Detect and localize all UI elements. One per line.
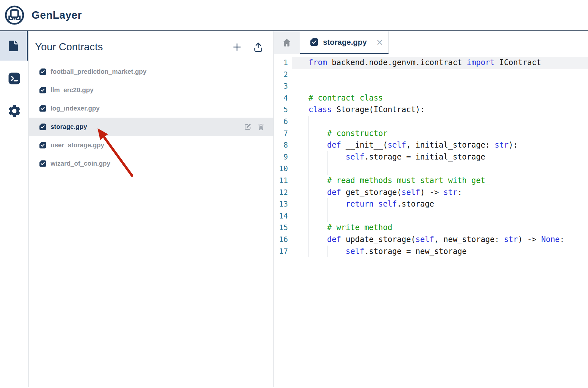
delete-contract-button[interactable] [257,123,265,131]
contracts-panel: Your Contracts [28,31,274,387]
indent-guide [308,139,309,151]
line-content: return self.storage [292,198,588,210]
file-check-icon [310,38,318,46]
main-content: Your Contracts [0,31,588,387]
contract-list-item[interactable]: storage.gpy [29,118,273,136]
code-line[interactable]: 13 return self.storage [274,198,588,210]
indent-guide [308,116,309,128]
editor-panel: storage.gpy × 1from backend.node.genvm.i… [274,31,588,387]
code-editor[interactable]: 1from backend.node.genvm.icontract impor… [274,54,588,387]
file-check-icon [39,123,46,131]
line-number: 4 [274,92,292,104]
line-number: 2 [274,69,292,81]
indent-guide [308,198,309,210]
file-check-icon [39,105,46,112]
code-line[interactable]: 6 [274,116,588,128]
edit-contract-button[interactable] [244,123,252,131]
close-icon[interactable]: × [376,38,383,46]
contract-list-item[interactable]: llm_erc20.gpy [29,81,273,99]
indent-guide [308,246,309,257]
line-number: 11 [274,175,292,187]
indent-guide [308,175,309,187]
line-content: class Storage(IContract): [292,104,588,116]
code-line[interactable]: 2 [274,69,588,81]
sidebar-item-terminal[interactable] [0,64,28,93]
sidebar-item-settings[interactable] [0,96,28,126]
code-line[interactable]: 16 def update_storage(self, new_storage:… [274,234,588,246]
code-line[interactable]: 7 # constructor [274,128,588,140]
file-check-icon [39,86,46,94]
contracts-header: Your Contracts [29,31,273,63]
genlayer-logo-icon [4,5,25,26]
line-content: self.storage = initial_storage [292,151,588,163]
contract-name: log_indexer.gpy [51,105,100,112]
code-line[interactable]: 11 # read methods must start with get_ [274,175,588,187]
code-line[interactable]: 5class Storage(IContract): [274,104,588,116]
line-content [292,116,588,128]
trash-icon [257,123,265,131]
code-line[interactable]: 10 [274,163,588,175]
contracts-actions [232,42,264,53]
indent-guide [308,222,309,234]
code-line[interactable]: 3 [274,80,588,92]
code-line[interactable]: 14 [274,210,588,222]
add-contract-button[interactable] [232,42,242,52]
line-content: # contract class [292,92,588,104]
line-content [292,163,588,175]
contract-name: storage.gpy [51,123,87,131]
tab-label: storage.gpy [323,38,372,47]
line-number: 12 [274,187,292,199]
indent-guide [327,151,328,163]
home-icon [282,38,292,48]
contract-name: football_prediction_market.gpy [51,68,147,75]
code-line[interactable]: 9 self.storage = initial_storage [274,151,588,163]
file-check-icon [39,141,46,149]
contracts-title: Your Contracts [35,41,232,53]
indent-guide [327,246,328,257]
line-content [292,210,588,222]
code-line[interactable]: 17 self.storage = new_storage [274,246,588,257]
contracts-list: football_prediction_market.gpy llm_erc20… [29,63,273,173]
file-icon [7,40,19,52]
app-header: GenLayer [0,0,588,31]
line-content: self.storage = new_storage [292,246,588,257]
line-number: 13 [274,198,292,210]
contract-list-item[interactable]: user_storage.gpy [29,136,273,154]
plus-icon [232,42,242,52]
code-line[interactable]: 12 def get_storage(self) -> str: [274,187,588,199]
line-content: # write method [292,222,588,234]
contract-list-item[interactable]: wizard_of_coin.gpy [29,154,273,173]
indent-guide [327,210,328,222]
row-actions [244,123,273,131]
terminal-icon [8,72,21,85]
line-content: # constructor [292,128,588,140]
contract-name: wizard_of_coin.gpy [51,160,110,167]
line-number: 14 [274,210,292,222]
sidebar-item-contracts[interactable] [0,31,28,61]
line-content: # read methods must start with get_ [292,175,588,187]
line-content [292,69,588,81]
home-tab-button[interactable] [274,31,300,54]
upload-contract-button[interactable] [253,42,264,53]
code-line[interactable]: 1from backend.node.genvm.icontract impor… [274,57,588,69]
edit-icon [244,123,252,131]
line-number: 1 [274,57,292,69]
contract-name: llm_erc20.gpy [51,86,93,94]
tab-storage-gpy[interactable]: storage.gpy × [300,31,389,54]
line-content: def get_storage(self) -> str: [292,187,588,199]
icon-sidebar [0,31,28,387]
line-number: 9 [274,151,292,163]
code-line[interactable]: 8 def __init__(self, initial_storage: st… [274,139,588,151]
editor-tabbar: storage.gpy × [274,31,588,54]
contract-name: user_storage.gpy [51,141,104,149]
line-number: 8 [274,139,292,151]
code-line[interactable]: 15 # write method [274,222,588,234]
tabbar-empty-space [389,31,588,54]
indent-guide [308,128,309,140]
line-content [292,80,588,92]
code-line[interactable]: 4# contract class [274,92,588,104]
contract-list-item[interactable]: log_indexer.gpy [29,99,273,118]
line-number: 10 [274,163,292,175]
indent-guide [327,163,328,175]
contract-list-item[interactable]: football_prediction_market.gpy [29,63,273,81]
